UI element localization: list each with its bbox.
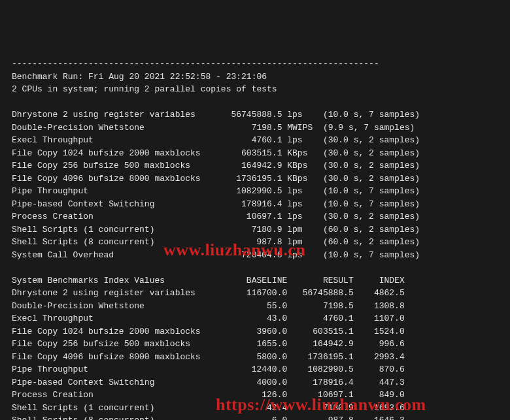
terminal-output: ----------------------------------------… <box>12 57 498 420</box>
